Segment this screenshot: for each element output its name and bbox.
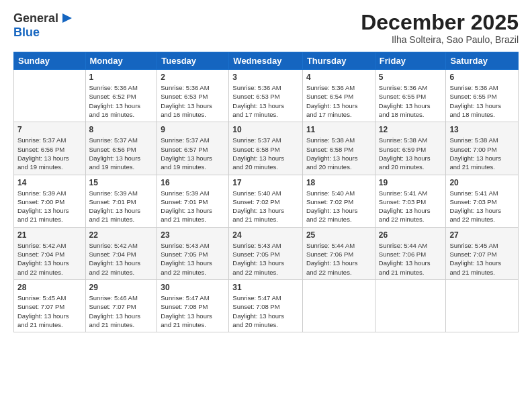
table-row: 12Sunrise: 5:38 AMSunset: 6:59 PMDayligh… [375,122,446,175]
day-info: Sunrise: 5:37 AMSunset: 6:56 PMDaylight:… [17,136,82,171]
day-number: 7 [17,125,82,134]
logo-icon [60,11,75,26]
table-row [302,279,375,332]
day-info: Sunrise: 5:38 AMSunset: 6:58 PMDaylight:… [306,136,371,171]
table-row: 24Sunrise: 5:43 AMSunset: 7:05 PMDayligh… [229,227,303,279]
table-row: 6Sunrise: 5:36 AMSunset: 6:55 PMDaylight… [446,70,519,122]
table-row: 15Sunrise: 5:39 AMSunset: 7:01 PMDayligh… [85,175,157,227]
table-row: 8Sunrise: 5:37 AMSunset: 6:56 PMDaylight… [85,122,157,175]
day-info: Sunrise: 5:39 AMSunset: 7:01 PMDaylight:… [161,189,225,224]
day-info: Sunrise: 5:47 AMSunset: 7:08 PMDaylight:… [232,293,299,329]
day-number: 20 [449,178,515,187]
day-info: Sunrise: 5:40 AMSunset: 7:02 PMDaylight:… [306,189,371,224]
day-info: Sunrise: 5:37 AMSunset: 6:57 PMDaylight:… [161,136,225,171]
day-info: Sunrise: 5:36 AMSunset: 6:52 PMDaylight:… [89,83,154,119]
calendar-week-4: 21Sunrise: 5:42 AMSunset: 7:04 PMDayligh… [14,227,519,279]
day-number: 8 [89,125,154,134]
location: Ilha Solteira, Sao Paulo, Brazil [361,34,519,45]
day-info: Sunrise: 5:36 AMSunset: 6:55 PMDaylight:… [379,83,443,119]
table-row: 10Sunrise: 5:37 AMSunset: 6:58 PMDayligh… [229,122,303,175]
day-number: 1 [89,73,154,82]
day-number: 15 [89,178,154,187]
table-row: 5Sunrise: 5:36 AMSunset: 6:55 PMDaylight… [375,70,446,122]
table-row: 1Sunrise: 5:36 AMSunset: 6:52 PMDaylight… [85,70,157,122]
svg-marker-0 [62,13,72,23]
day-number: 10 [232,125,299,134]
table-row: 27Sunrise: 5:45 AMSunset: 7:07 PMDayligh… [446,227,519,279]
table-row: 22Sunrise: 5:42 AMSunset: 7:04 PMDayligh… [85,227,157,279]
table-row: 29Sunrise: 5:46 AMSunset: 7:07 PMDayligh… [85,279,157,332]
day-info: Sunrise: 5:36 AMSunset: 6:53 PMDaylight:… [161,83,225,119]
day-info: Sunrise: 5:39 AMSunset: 7:00 PMDaylight:… [17,189,82,224]
col-sunday: Sunday [14,52,86,70]
table-row: 14Sunrise: 5:39 AMSunset: 7:00 PMDayligh… [14,175,86,227]
day-number: 3 [232,73,299,82]
table-row: 28Sunrise: 5:45 AMSunset: 7:07 PMDayligh… [14,279,86,332]
day-number: 18 [306,178,371,187]
col-monday: Monday [85,52,157,70]
calendar-week-3: 14Sunrise: 5:39 AMSunset: 7:00 PMDayligh… [14,175,519,227]
title-block: December 2025 Ilha Solteira, Sao Paulo, … [361,11,519,45]
calendar-week-5: 28Sunrise: 5:45 AMSunset: 7:07 PMDayligh… [14,279,519,332]
day-info: Sunrise: 5:36 AMSunset: 6:53 PMDaylight:… [232,83,299,119]
day-number: 23 [161,230,225,240]
col-tuesday: Tuesday [157,52,229,70]
col-thursday: Thursday [302,52,375,70]
table-row: 31Sunrise: 5:47 AMSunset: 7:08 PMDayligh… [229,279,303,332]
logo-blue-text: Blue [13,26,40,39]
table-row: 16Sunrise: 5:39 AMSunset: 7:01 PMDayligh… [157,175,229,227]
day-number: 25 [306,230,371,240]
table-row: 17Sunrise: 5:40 AMSunset: 7:02 PMDayligh… [229,175,303,227]
table-row [446,279,519,332]
day-number: 11 [306,125,371,134]
day-number: 28 [17,283,82,292]
day-info: Sunrise: 5:45 AMSunset: 7:07 PMDaylight:… [449,241,515,277]
day-info: Sunrise: 5:38 AMSunset: 7:00 PMDaylight:… [449,136,515,171]
header: General Blue December 2025 Ilha Solteira… [13,11,519,45]
table-row: 18Sunrise: 5:40 AMSunset: 7:02 PMDayligh… [302,175,375,227]
table-row: 25Sunrise: 5:44 AMSunset: 7:06 PMDayligh… [302,227,375,279]
day-info: Sunrise: 5:42 AMSunset: 7:04 PMDaylight:… [17,241,82,277]
day-number: 4 [306,73,371,82]
page: General Blue December 2025 Ilha Solteira… [0,0,532,411]
table-row: 4Sunrise: 5:36 AMSunset: 6:54 PMDaylight… [302,70,375,122]
table-row: 3Sunrise: 5:36 AMSunset: 6:53 PMDaylight… [229,70,303,122]
day-number: 29 [89,283,154,292]
day-info: Sunrise: 5:44 AMSunset: 7:06 PMDaylight:… [379,241,443,277]
day-number: 30 [161,283,225,292]
day-info: Sunrise: 5:43 AMSunset: 7:05 PMDaylight:… [161,241,225,277]
calendar-week-2: 7Sunrise: 5:37 AMSunset: 6:56 PMDaylight… [14,122,519,175]
day-info: Sunrise: 5:40 AMSunset: 7:02 PMDaylight:… [232,189,299,224]
logo: General Blue [13,11,75,40]
day-info: Sunrise: 5:38 AMSunset: 6:59 PMDaylight:… [379,136,443,171]
table-row: 11Sunrise: 5:38 AMSunset: 6:58 PMDayligh… [302,122,375,175]
day-number: 17 [232,178,299,187]
calendar: Sunday Monday Tuesday Wednesday Thursday… [13,52,519,332]
col-wednesday: Wednesday [229,52,303,70]
day-info: Sunrise: 5:42 AMSunset: 7:04 PMDaylight:… [89,241,154,277]
day-number: 13 [449,125,515,134]
day-info: Sunrise: 5:36 AMSunset: 6:55 PMDaylight:… [449,83,515,119]
table-row: 13Sunrise: 5:38 AMSunset: 7:00 PMDayligh… [446,122,519,175]
day-number: 27 [449,230,515,240]
day-number: 6 [449,73,515,82]
day-info: Sunrise: 5:37 AMSunset: 6:56 PMDaylight:… [89,136,154,171]
day-number: 9 [161,125,225,134]
day-number: 21 [17,230,82,240]
col-saturday: Saturday [446,52,519,70]
day-info: Sunrise: 5:43 AMSunset: 7:05 PMDaylight:… [232,241,299,277]
day-number: 14 [17,178,82,187]
table-row: 20Sunrise: 5:41 AMSunset: 7:03 PMDayligh… [446,175,519,227]
logo-general-text: General [13,11,58,26]
day-number: 31 [232,283,299,292]
day-number: 24 [232,230,299,240]
calendar-week-1: 1Sunrise: 5:36 AMSunset: 6:52 PMDaylight… [14,70,519,122]
month-title: December 2025 [361,11,519,34]
day-info: Sunrise: 5:46 AMSunset: 7:07 PMDaylight:… [89,293,154,329]
day-number: 2 [161,73,225,82]
day-info: Sunrise: 5:44 AMSunset: 7:06 PMDaylight:… [306,241,371,277]
table-row: 26Sunrise: 5:44 AMSunset: 7:06 PMDayligh… [375,227,446,279]
day-number: 12 [379,125,443,134]
table-row: 9Sunrise: 5:37 AMSunset: 6:57 PMDaylight… [157,122,229,175]
table-row: 23Sunrise: 5:43 AMSunset: 7:05 PMDayligh… [157,227,229,279]
